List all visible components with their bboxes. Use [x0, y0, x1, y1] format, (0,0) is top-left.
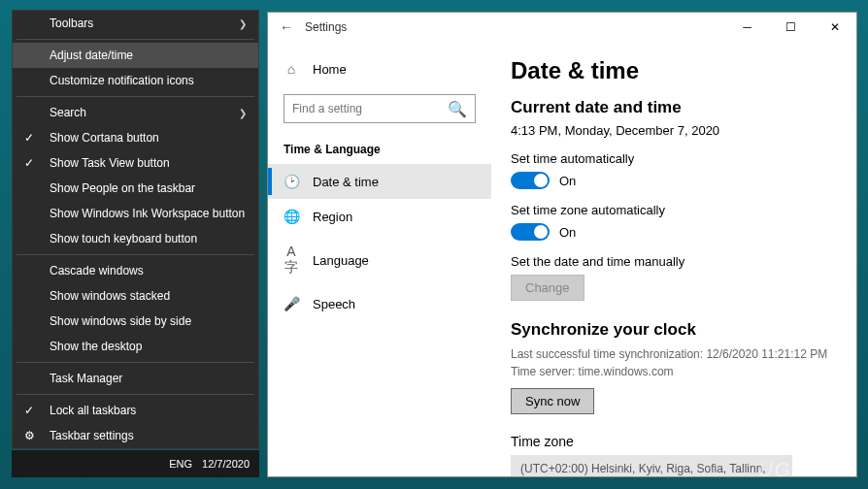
gear-icon: ⚙ [24, 429, 35, 442]
menu-search[interactable]: Search ❯ [13, 100, 258, 125]
menu-cascade[interactable]: Cascade windows [13, 258, 258, 283]
microphone-icon: 🎤 [284, 296, 299, 311]
window-title: Settings [305, 20, 347, 34]
menu-lock-taskbars[interactable]: ✓ Lock all taskbars [13, 398, 258, 423]
menu-label: Show Windows Ink Workspace button [50, 207, 245, 220]
menu-label: Show Task View button [50, 156, 170, 170]
menu-label: Cascade windows [50, 264, 144, 277]
tz-heading: Time zone [511, 434, 837, 449]
menu-label: Show touch keyboard button [50, 232, 197, 245]
set-time-auto-toggle[interactable] [511, 172, 550, 189]
taskbar-lang[interactable]: ENG [169, 458, 192, 470]
menu-separator [17, 394, 254, 395]
menu-label: Toolbars [50, 16, 93, 30]
search-icon: 🔍 [448, 100, 467, 118]
home-icon: ⌂ [284, 61, 299, 77]
set-tz-auto-toggle-row: On [511, 223, 837, 241]
menu-show-ink[interactable]: Show Windows Ink Workspace button [13, 201, 258, 226]
sync-heading: Synchronize your clock [511, 320, 837, 340]
menu-separator [17, 362, 254, 363]
title-bar: ← Settings ─ ☐ ✕ [268, 13, 856, 42]
manual-label: Set the date and time manually [511, 254, 837, 269]
nav-language[interactable]: A字 Language [268, 234, 491, 286]
current-datetime-value: 4:13 PM, Monday, December 7, 2020 [511, 123, 837, 138]
current-datetime-heading: Current date and time [511, 98, 837, 117]
page-title: Date & time [511, 57, 837, 84]
menu-label: Show People on the taskbar [50, 181, 195, 195]
window-controls: ─ ☐ ✕ [725, 13, 856, 42]
nav-search[interactable]: 🔍 [284, 94, 476, 123]
menu-show-people[interactable]: Show People on the taskbar [13, 176, 258, 201]
menu-separator [17, 254, 254, 255]
menu-separator [17, 39, 254, 40]
close-button[interactable]: ✕ [813, 13, 856, 42]
menu-adjust-datetime[interactable]: Adjust date/time [13, 43, 258, 68]
menu-label: Adjust date/time [50, 49, 133, 62]
toggle-state: On [559, 174, 576, 188]
nav-item-label: Language [313, 253, 369, 268]
nav-home[interactable]: ⌂ Home [268, 53, 491, 84]
sync-info: Last successful time synchronization: 12… [511, 345, 837, 380]
menu-label: Lock all taskbars [50, 404, 136, 417]
menu-label: Task Manager [50, 372, 122, 385]
maximize-button[interactable]: ☐ [769, 13, 813, 42]
menu-show-taskview[interactable]: ✓ Show Task View button [13, 150, 258, 176]
globe-icon: 🌐 [284, 209, 299, 224]
settings-window: ← Settings ─ ☐ ✕ ⌂ Home 🔍 Time & Languag… [267, 12, 857, 477]
check-icon: ✓ [24, 156, 34, 170]
nav-speech[interactable]: 🎤 Speech [268, 286, 491, 321]
menu-customize-icons[interactable]: Customize notification icons [13, 68, 258, 93]
menu-show-touch-kb[interactable]: Show touch keyboard button [13, 226, 258, 251]
minimize-button[interactable]: ─ [725, 13, 769, 42]
check-icon: ✓ [24, 404, 34, 417]
menu-task-manager[interactable]: Task Manager [13, 366, 258, 391]
timezone-dropdown[interactable]: (UTC+02:00) Helsinki, Kyiv, Riga, Sofia,… [511, 455, 792, 476]
menu-show-desktop[interactable]: Show the desktop [13, 334, 258, 359]
timezone-value: (UTC+02:00) Helsinki, Kyiv, Riga, Sofia,… [520, 462, 773, 476]
set-tz-auto-label: Set time zone automatically [511, 203, 837, 217]
check-icon: ✓ [24, 131, 34, 145]
menu-label: Show windows side by side [50, 314, 191, 328]
set-tz-auto-toggle[interactable] [511, 223, 550, 241]
nav-date-time[interactable]: 🕑 Date & time [268, 164, 491, 199]
title-left: ← Settings [280, 19, 347, 35]
sync-server: Time server: time.windows.com [511, 363, 837, 380]
chevron-right-icon: ❯ [239, 18, 247, 29]
nav-item-label: Date & time [313, 175, 379, 189]
menu-separator [17, 96, 254, 97]
nav-region[interactable]: 🌐 Region [268, 199, 491, 234]
settings-content: Date & time Current date and time 4:13 P… [491, 42, 856, 476]
back-button[interactable]: ← [280, 19, 293, 35]
settings-nav: ⌂ Home 🔍 Time & Language 🕑 Date & time 🌐… [268, 42, 491, 476]
settings-body: ⌂ Home 🔍 Time & Language 🕑 Date & time 🌐… [268, 42, 856, 476]
menu-side-by-side[interactable]: Show windows side by side [13, 309, 258, 334]
sync-last: Last successful time synchronization: 12… [511, 345, 837, 363]
menu-toolbars[interactable]: Toolbars ❯ [13, 11, 258, 36]
nav-section-title: Time & Language [268, 133, 491, 164]
nav-home-label: Home [313, 62, 347, 77]
language-icon: A字 [284, 244, 299, 277]
search-input[interactable] [292, 102, 448, 115]
clock-icon: 🕑 [284, 174, 299, 189]
chevron-down-icon: ⌄ [773, 469, 783, 476]
menu-label: Taskbar settings [50, 429, 134, 442]
sync-now-button[interactable]: Sync now [511, 388, 594, 414]
menu-show-cortana[interactable]: ✓ Show Cortana button [13, 125, 258, 150]
chevron-right-icon: ❯ [239, 108, 247, 118]
menu-stacked[interactable]: Show windows stacked [13, 283, 258, 309]
menu-label: Search [50, 106, 86, 119]
toggle-state: On [559, 225, 576, 240]
set-time-auto-toggle-row: On [511, 172, 837, 189]
nav-item-label: Speech [313, 297, 355, 311]
menu-label: Show the desktop [50, 340, 142, 353]
taskbar-context-menu: Toolbars ❯ Adjust date/time Customize no… [12, 10, 259, 449]
taskbar: ENG 12/7/2020 [12, 450, 259, 477]
change-button[interactable]: Change [511, 275, 584, 301]
menu-label: Show Cortana button [50, 131, 159, 145]
taskbar-date[interactable]: 12/7/2020 [202, 458, 250, 470]
nav-item-label: Region [313, 210, 352, 224]
set-time-auto-label: Set time automatically [511, 151, 837, 166]
menu-label: Customize notification icons [50, 74, 194, 87]
menu-label: Show windows stacked [50, 289, 170, 303]
menu-taskbar-settings[interactable]: ⚙ Taskbar settings [13, 423, 258, 448]
